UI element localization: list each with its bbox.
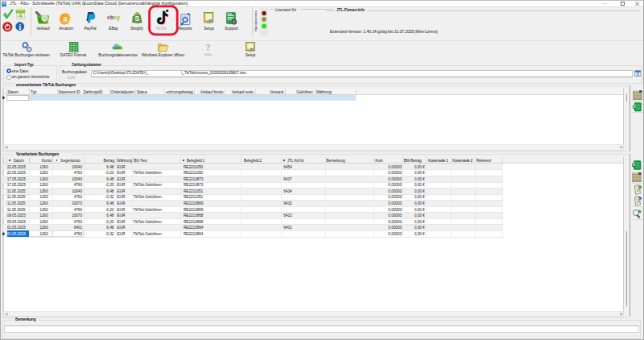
svg-text:a: a bbox=[63, 14, 67, 23]
svg-text:a: a bbox=[114, 15, 117, 20]
svg-text:b: b bbox=[109, 15, 113, 20]
svg-text:?: ? bbox=[205, 41, 211, 53]
svg-text:i: i bbox=[19, 23, 21, 31]
svg-text:S: S bbox=[134, 15, 139, 23]
svg-text:X: X bbox=[633, 105, 635, 109]
svg-text:y: y bbox=[117, 15, 120, 21]
svg-text:DATEV: DATEV bbox=[114, 47, 122, 50]
